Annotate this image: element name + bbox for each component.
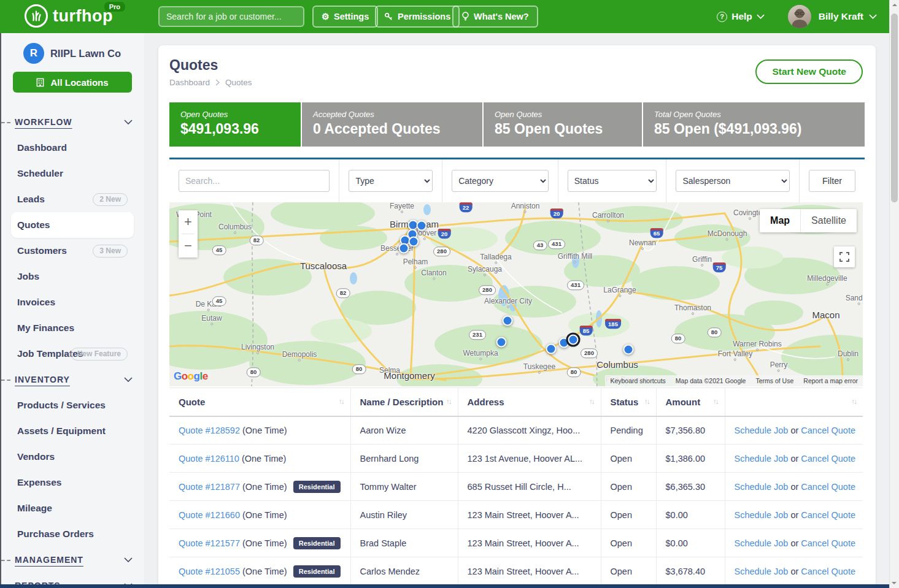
schedule-job-link[interactable]: Schedule Job [735, 454, 789, 464]
sort-icon[interactable]: ↑↓ [339, 397, 344, 406]
schedule-job-link[interactable]: Schedule Job [735, 426, 789, 435]
sidebar-item-badge: New Feature [71, 348, 128, 361]
column-header-actions[interactable]: ↑↓ [725, 388, 863, 416]
sidebar-section-workflow[interactable]: WORKFLOW [0, 109, 144, 135]
sort-icon[interactable]: ↑↓ [713, 397, 718, 406]
sidebar-item-purchase-orders[interactable]: Purchase Orders [0, 521, 144, 547]
salesperson-select[interactable]: Salesperson [676, 170, 790, 192]
quote-link[interactable]: Quote #128592 [179, 426, 240, 435]
cancel-quote-link[interactable]: Cancel Quote [801, 510, 855, 520]
cancel-quote-link[interactable]: Cancel Quote [801, 567, 855, 576]
quote-map-marker[interactable] [503, 316, 513, 326]
chevron-down-icon [124, 120, 133, 124]
zoom-out-button[interactable]: − [179, 234, 198, 258]
quote-link[interactable]: Quote #121577 [179, 538, 240, 548]
scrollbar-thumb[interactable] [891, 13, 898, 202]
schedule-job-link[interactable]: Schedule Job [735, 538, 789, 548]
quote-map-marker[interactable] [399, 243, 409, 254]
cancel-quote-link[interactable]: Cancel Quote [801, 454, 855, 464]
sidebar-item-quotes[interactable]: Quotes [0, 212, 144, 238]
quotes-map[interactable]: FayetteWest PointColumbusTuscaloosaBirmi… [169, 202, 863, 386]
sidebar-item-scheduler[interactable]: Scheduler [0, 161, 144, 186]
map-attribution-link[interactable]: Map data ©2021 Google [676, 377, 746, 384]
sort-icon[interactable]: ↑↓ [851, 397, 856, 406]
cancel-quote-link[interactable]: Cancel Quote [801, 538, 855, 548]
sidebar-item-customers[interactable]: Customers3 New [0, 238, 144, 264]
quote-map-marker[interactable] [623, 345, 634, 355]
sidebar-item-my-finances[interactable]: My Finances [0, 315, 144, 341]
sidebar-item-label: My Finances [17, 323, 74, 334]
all-locations-button[interactable]: All Locations [13, 72, 132, 93]
sidebar-item-vendors[interactable]: Vendors [0, 444, 144, 470]
sidebar-item-products-services[interactable]: Products / Services [0, 392, 144, 418]
quote-link[interactable]: Quote #121660 [179, 510, 240, 520]
quote-map-marker[interactable] [417, 221, 427, 231]
brand-logo[interactable]: turfhop Pro [25, 4, 113, 28]
quote-map-marker[interactable] [546, 344, 557, 354]
user-menu[interactable]: Billy Kraft [819, 11, 877, 22]
map-town-dot [749, 218, 751, 220]
sidebar-item-mileage[interactable]: Mileage [0, 495, 144, 521]
sidebar-section-inventory[interactable]: INVENTORY [0, 367, 144, 392]
stat-tile-open-quotes-2: Open Quotes85 Open Quotes [484, 102, 642, 147]
sort-icon[interactable]: ↑↓ [589, 397, 594, 406]
start-new-quote-button[interactable]: Start New Quote [755, 59, 863, 84]
permissions-button[interactable]: Permissions [375, 6, 460, 28]
company-header[interactable]: R RIIPL Lawn Co [0, 43, 144, 64]
route-shield-45: 45 [212, 296, 226, 306]
map-town-dot [847, 359, 849, 361]
sidebar-item-leads[interactable]: Leads2 New [0, 186, 144, 212]
breadcrumb-dashboard[interactable]: Dashboard [169, 78, 210, 87]
user-avatar[interactable] [788, 5, 811, 28]
scroll-down-arrow-icon[interactable] [892, 582, 897, 584]
actions-cell: Schedule Job or Cancel Quote [725, 416, 863, 445]
sort-icon[interactable]: ↑↓ [446, 397, 451, 406]
vertical-scrollbar[interactable] [889, 0, 899, 588]
sidebar-section-management[interactable]: MANAGEMENT [0, 547, 144, 573]
schedule-job-link[interactable]: Schedule Job [735, 510, 789, 520]
schedule-job-link[interactable]: Schedule Job [735, 482, 789, 492]
whats-new-button[interactable]: What's New? [452, 6, 538, 28]
scroll-up-arrow-icon[interactable] [892, 4, 897, 6]
building-icon [36, 78, 45, 87]
map-view-button[interactable]: Map [760, 209, 801, 232]
column-header-status[interactable]: Status↑↓ [601, 388, 656, 416]
column-header-quote[interactable]: Quote↑↓ [169, 388, 350, 416]
cancel-quote-link[interactable]: Cancel Quote [801, 482, 855, 492]
sidebar-item-expenses[interactable]: Expenses [0, 470, 144, 495]
quote-map-marker[interactable] [496, 337, 507, 348]
quote-link[interactable]: Quote #121055 [179, 567, 240, 576]
column-header-amount[interactable]: Amount↑↓ [656, 388, 725, 416]
map-attribution-link[interactable]: Terms of Use [755, 377, 793, 384]
sidebar-item-dashboard[interactable]: Dashboard [0, 135, 144, 161]
sort-icon[interactable]: ↑↓ [644, 397, 649, 406]
table-row: Quote #121577 (One Time)ResidentialBrad … [169, 529, 863, 557]
column-header-address[interactable]: Address↑↓ [458, 388, 601, 416]
zoom-in-button[interactable]: + [179, 210, 198, 234]
quote-map-marker-selected[interactable] [568, 335, 579, 345]
actions-cell: Schedule Job or Cancel Quote [725, 445, 863, 473]
schedule-job-link[interactable]: Schedule Job [735, 567, 789, 576]
quotes-search-input[interactable] [179, 170, 330, 192]
quote-link[interactable]: Quote #126110 [179, 454, 239, 464]
sidebar-item-job-templates[interactable]: Job TemplatesNew Feature [0, 341, 144, 367]
type-select[interactable]: Type [349, 170, 433, 192]
satellite-view-button[interactable]: Satellite [801, 209, 857, 232]
cancel-quote-link[interactable]: Cancel Quote [801, 426, 855, 435]
help-menu[interactable]: ? Help [717, 11, 765, 22]
global-search-input[interactable] [158, 6, 304, 27]
quote-link[interactable]: Quote #121877 [179, 482, 240, 492]
map-attribution-link[interactable]: Report a map error [803, 377, 858, 384]
filter-button[interactable]: Filter [809, 170, 855, 192]
sidebar-item-invoices[interactable]: Invoices [0, 289, 144, 315]
sidebar-item-assets-equipment[interactable]: Assets / Equipment [0, 418, 144, 444]
settings-button[interactable]: ⚙Settings [312, 6, 378, 28]
sidebar-item-jobs[interactable]: Jobs [0, 264, 144, 289]
map-attribution-link[interactable]: Keyboard shortcuts [610, 377, 665, 384]
fullscreen-button[interactable] [834, 246, 855, 267]
status-select[interactable]: Status [568, 170, 657, 192]
column-header-name-description[interactable]: Name / Description↑↓ [350, 388, 458, 416]
chevron-down-icon [124, 557, 133, 562]
category-select[interactable]: Category [452, 170, 549, 192]
quote-map-marker[interactable] [409, 237, 419, 247]
